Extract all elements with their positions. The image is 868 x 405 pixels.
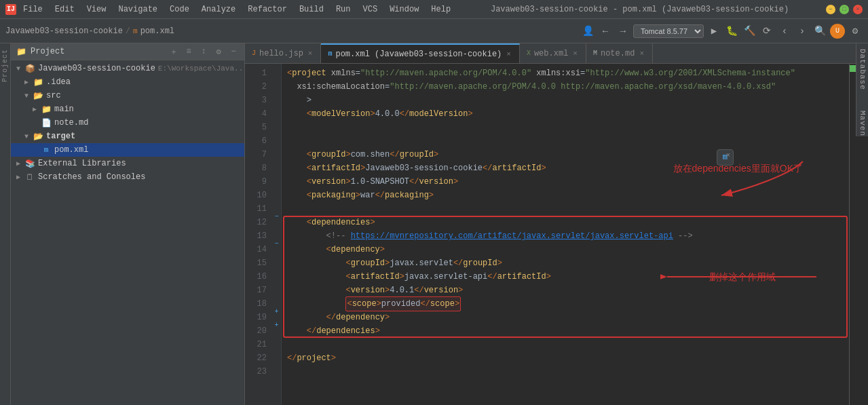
code-line-1: <project xmlns="http://maven.apache.org/…	[287, 66, 844, 80]
tree-item-main[interactable]: ▶ 📁 main	[11, 102, 244, 116]
project-minimize-button[interactable]: −	[228, 46, 239, 57]
tab-close-web[interactable]: ×	[571, 49, 579, 58]
back-icon-button[interactable]: ←	[598, 24, 613, 39]
line-num-7: 7	[245, 148, 267, 161]
line-num-14: 14	[245, 243, 267, 256]
prev-icon-button[interactable]: ‹	[777, 24, 792, 39]
build-button[interactable]: 🔨	[742, 24, 757, 39]
tab-close-pom[interactable]: ×	[505, 50, 512, 59]
debug-button[interactable]: 🐛	[724, 24, 739, 39]
folder-icon: 📁	[16, 47, 26, 57]
menu-refactor[interactable]: Refactor	[245, 3, 290, 16]
line-num-15: 15	[245, 256, 267, 270]
menu-vcs[interactable]: VCS	[360, 3, 381, 16]
code-line-10: <packaging>war</packaging>	[287, 189, 844, 202]
file-tree: ▼ 📦 Javaweb03-session-cookie E:\Workspac…	[11, 60, 244, 405]
project-strip-label[interactable]: Project	[1, 49, 9, 82]
code-line-19: </dependency>	[287, 311, 844, 324]
validation-ok-indicator	[850, 65, 856, 72]
menu-file[interactable]: File	[20, 3, 45, 16]
menu-navigate[interactable]: Navigate	[115, 3, 160, 16]
menu-window[interactable]: Window	[387, 3, 421, 16]
tab-label-note: note.md	[601, 49, 635, 58]
editor-area: J hello.jsp × m pom.xml (Javaweb03-sessi…	[245, 43, 856, 405]
tab-close-hello[interactable]: ×	[307, 49, 314, 58]
code-line-22: </project>	[287, 351, 844, 365]
next-icon-button[interactable]: ›	[795, 24, 810, 39]
menu-build[interactable]: Build	[297, 3, 326, 16]
search-icon-button[interactable]: 🔍	[812, 24, 827, 39]
maven-panel[interactable]: Maven	[856, 90, 868, 136]
line-num-21: 21	[245, 338, 267, 351]
tab-hello[interactable]: J hello.jsp ×	[245, 43, 321, 63]
tree-item-pomxml[interactable]: m pom.xml	[11, 143, 244, 157]
menu-bar[interactable]: File Edit View Navigate Code Analyze Ref…	[20, 3, 453, 16]
tree-item-extlibs[interactable]: ▶ 📚 External Libraries	[11, 157, 244, 170]
tab-close-note[interactable]: ×	[638, 49, 645, 58]
menu-run[interactable]: Run	[333, 3, 354, 16]
tree-label-extlibs: External Libraries	[38, 159, 126, 168]
project-add-button[interactable]: ＋	[168, 46, 179, 57]
tree-arrow-target: ▼	[24, 133, 33, 140]
tree-arrow-extlibs: ▶	[16, 159, 24, 168]
tree-label-idea: .idea	[46, 77, 71, 87]
inline-popup[interactable]: m ×	[717, 149, 734, 166]
folder-main-icon: 📁	[41, 104, 52, 115]
left-tool-strip: Project	[0, 43, 11, 405]
profile-icon-button[interactable]: 👤	[580, 24, 595, 39]
menu-code[interactable]: Code	[167, 3, 192, 16]
tree-item-idea[interactable]: ▶ 📁 .idea	[11, 75, 244, 89]
tree-path-root: E:\Workspace\Java...	[158, 64, 244, 73]
tree-item-target[interactable]: ▼ 📂 target	[11, 130, 244, 143]
file-notemd-icon: 📄	[41, 117, 52, 128]
tab-pom[interactable]: m pom.xml (Javaweb03-session-cookie) ×	[321, 43, 519, 63]
maximize-button[interactable]: □	[839, 5, 849, 14]
avatar-button[interactable]: U	[830, 24, 845, 39]
tree-item-notemd[interactable]: 📄 note.md	[11, 116, 244, 130]
database-label[interactable]: Database	[858, 49, 867, 90]
tab-label-hello: hello.jsp	[259, 49, 303, 58]
database-panel[interactable]: Database	[856, 43, 868, 90]
line-num-16: 16	[245, 270, 267, 284]
line-num-10: 10	[245, 189, 267, 202]
project-sort-button[interactable]: ↕	[198, 46, 209, 57]
menu-analyze[interactable]: Analyze	[199, 3, 238, 16]
extlibs-icon: 📚	[24, 158, 35, 169]
minimize-button[interactable]: −	[826, 5, 835, 14]
project-settings-button[interactable]: ⚙	[213, 46, 224, 57]
menu-help[interactable]: Help	[428, 3, 453, 16]
maven-label[interactable]: Maven	[858, 111, 867, 136]
popup-close-button[interactable]: ×	[725, 151, 730, 159]
run-button[interactable]: ▶	[706, 24, 721, 39]
breadcrumb-file[interactable]: pom.xml	[140, 26, 174, 36]
close-button[interactable]: ×	[853, 5, 863, 14]
tree-label-root: Javaweb03-session-cookie	[38, 64, 155, 73]
editor-content: 1 2 3 4 5 6 7 8 9 10 11 12 13 14 15 16 1…	[245, 64, 856, 405]
sync-button[interactable]: ⟳	[759, 24, 774, 39]
line-num-19: 19	[245, 311, 267, 324]
line-num-5: 5	[245, 121, 267, 134]
project-list-button[interactable]: ≡	[183, 46, 194, 57]
menu-edit[interactable]: Edit	[52, 3, 77, 16]
tree-item-scratches[interactable]: ▶ 🗒 Scratches and Consoles	[11, 170, 244, 184]
tab-web[interactable]: X web.xml ×	[520, 43, 586, 63]
app-icon: IJ	[5, 4, 16, 15]
breadcrumb-separator: /	[126, 26, 130, 36]
code-editor[interactable]: <project xmlns="http://maven.apache.org/…	[282, 64, 849, 405]
tree-item-root[interactable]: ▼ 📦 Javaweb03-session-cookie E:\Workspac…	[11, 62, 244, 75]
line-num-6: 6	[245, 134, 267, 148]
code-line-5	[287, 121, 844, 134]
code-line-21	[287, 338, 844, 351]
tree-item-src[interactable]: ▼ 📂 src	[11, 89, 244, 102]
line-num-4: 4	[245, 107, 267, 121]
menu-view[interactable]: View	[84, 3, 109, 16]
tab-note[interactable]: M note.md ×	[586, 43, 653, 63]
settings-icon-button[interactable]: ⚙	[848, 24, 863, 39]
code-line-13: <!-- https://mvnrepository.com/artifact/…	[287, 229, 844, 243]
line-numbers: 1 2 3 4 5 6 7 8 9 10 11 12 13 14 15 16 1…	[245, 64, 272, 405]
file-pomxml-icon: m	[41, 144, 52, 155]
breadcrumb-project[interactable]: Javaweb03-session-cookie	[5, 26, 123, 36]
run-configuration-select[interactable]: Tomcat 8.5.77	[633, 24, 704, 38]
folder-idea-icon: 📁	[33, 77, 43, 88]
forward-icon-button[interactable]: →	[616, 24, 630, 39]
